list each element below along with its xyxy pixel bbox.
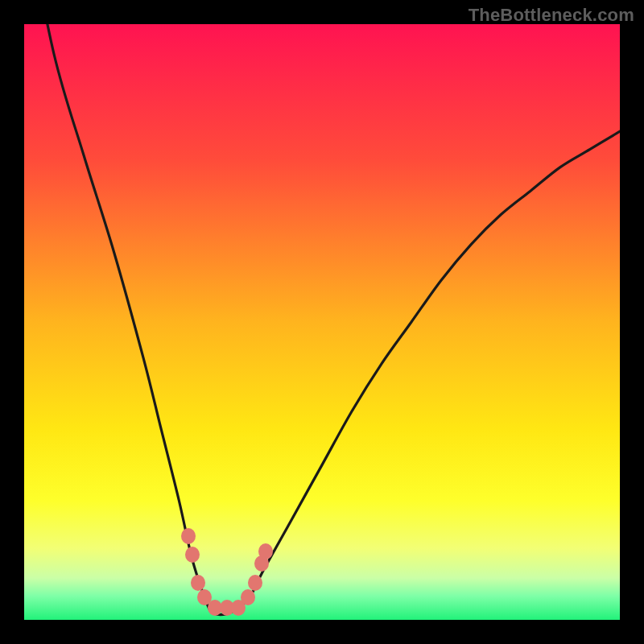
watermark-text: TheBottleneck.com <box>469 5 634 26</box>
bottleneck-curve <box>24 24 620 620</box>
data-marker <box>248 575 262 591</box>
data-marker <box>181 528 196 544</box>
data-marker <box>241 589 255 605</box>
chart-frame: TheBottleneck.com <box>0 0 644 644</box>
plot-area <box>24 24 620 620</box>
data-marker <box>258 543 273 559</box>
data-marker <box>185 547 200 563</box>
